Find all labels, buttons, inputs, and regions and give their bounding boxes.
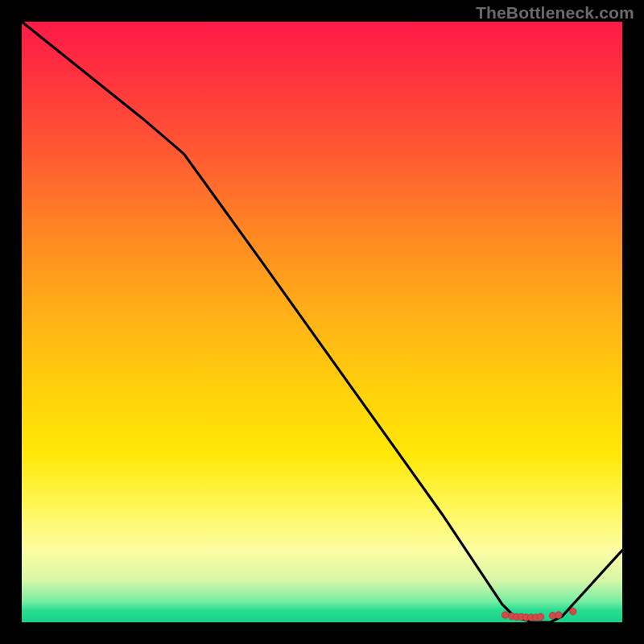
marker-dot	[537, 613, 543, 620]
marker-dot	[518, 613, 525, 620]
marker-dot	[555, 612, 562, 618]
plot-area	[22, 22, 622, 622]
marker-dot	[570, 608, 576, 614]
marker-dot	[549, 613, 555, 619]
chart-overlay-svg	[22, 22, 622, 622]
marker-dot	[532, 614, 539, 621]
marker-dot	[502, 612, 508, 618]
marker-dot	[509, 613, 515, 619]
watermark-text: TheBottleneck.com	[476, 3, 634, 23]
marker-dot	[522, 614, 529, 621]
marker-dot	[527, 614, 534, 621]
chart-frame: TheBottleneck.com	[0, 0, 644, 644]
series-curve	[22, 22, 622, 622]
marker-cluster	[502, 608, 576, 621]
marker-dot	[514, 613, 520, 620]
